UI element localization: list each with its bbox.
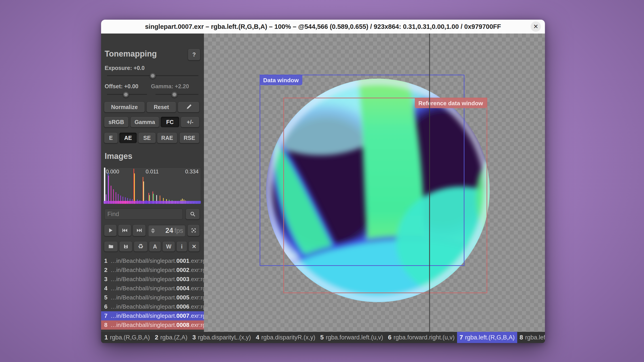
offset-knob[interactable] bbox=[123, 92, 129, 97]
exposure-slider[interactable] bbox=[107, 75, 198, 76]
autofit-button[interactable] bbox=[188, 225, 200, 236]
find-input[interactable] bbox=[104, 209, 183, 219]
image-list-item[interactable]: 2…in/Beachball/singlepart.0002.exr:rgba bbox=[101, 266, 204, 275]
channel-label: rgba.(R,G,B,A) bbox=[110, 334, 150, 341]
image-list-item[interactable]: 5…in/Beachball/singlepart.0005.exr:rgba bbox=[101, 293, 204, 302]
save-image-button[interactable] bbox=[119, 241, 132, 252]
gamma-slider[interactable] bbox=[156, 94, 198, 95]
picker-button[interactable] bbox=[178, 102, 200, 112]
mode-gamma-button[interactable]: Gamma bbox=[130, 117, 159, 127]
title-bar[interactable]: singlepart.0007.exr – rgba.left.(R,G,B,A… bbox=[101, 20, 545, 33]
open-image-button[interactable] bbox=[104, 241, 118, 252]
desktop-background: singlepart.0007.exr – rgba.left.(R,G,B,A… bbox=[0, 0, 644, 362]
play-button[interactable] bbox=[104, 225, 117, 236]
image-path: …in/Beachball/singlepart. bbox=[110, 267, 176, 273]
tonemapping-header: Tonemapping bbox=[105, 49, 157, 58]
find-button[interactable] bbox=[186, 209, 200, 219]
reference-data-window-outline bbox=[283, 98, 487, 293]
data-window-label: Data window bbox=[260, 75, 302, 85]
channel-key: 1 bbox=[104, 334, 108, 341]
channel-label: rgba.disparityR.(x,y) bbox=[261, 334, 315, 341]
image-frame: 0007 bbox=[176, 312, 190, 319]
channel-group-7-active[interactable]: 7rgba.left.(R,G,B,A) bbox=[457, 332, 517, 343]
previous-frame-button[interactable] bbox=[118, 225, 131, 236]
exposure-label: Exposure: +0.0 bbox=[105, 65, 145, 71]
fps-stepper-arrows[interactable] bbox=[151, 228, 155, 233]
image-info-button[interactable]: i bbox=[176, 241, 187, 252]
fps-value: 24 bbox=[155, 227, 173, 235]
image-list-item[interactable]: 6…in/Beachball/singlepart.0006.exr:rgba bbox=[101, 302, 204, 311]
histogram: 0.000 0.011 0.334 bbox=[104, 168, 201, 204]
channel-label: rgba.(Z,A) bbox=[160, 334, 188, 341]
image-suffix: .exr:rgba bbox=[190, 322, 204, 328]
image-index: 1 bbox=[104, 256, 110, 266]
image-list-item-selected[interactable]: 7…in/Beachball/singlepart.0007.exr:rgba bbox=[101, 311, 204, 321]
eyedropper-icon bbox=[186, 104, 192, 110]
histogram-baseline bbox=[104, 201, 201, 204]
metric-rae-button[interactable]: RAE bbox=[157, 132, 177, 143]
expand-arrows-icon bbox=[191, 228, 196, 233]
play-icon bbox=[108, 228, 113, 233]
play-all-button[interactable]: A bbox=[149, 241, 161, 252]
mode-srgb-button[interactable]: sRGB bbox=[104, 117, 128, 127]
image-path: …in/Beachball/singlepart. bbox=[110, 294, 176, 301]
image-index: 2 bbox=[104, 266, 110, 275]
help-button[interactable]: ? bbox=[188, 49, 200, 60]
image-canvas[interactable]: Data window Reference data window bbox=[204, 33, 545, 332]
channel-group-6[interactable]: 6rgba.forward.right.(u,v) bbox=[386, 332, 457, 343]
offset-label: Offset: +0.00 bbox=[105, 83, 138, 90]
channel-group-3[interactable]: 3rgba.disparityL.(x,y) bbox=[190, 332, 253, 343]
channel-key: 3 bbox=[192, 334, 196, 341]
close-image-button[interactable]: ✕ bbox=[188, 241, 200, 252]
mode-plusminus-button[interactable]: +/- bbox=[181, 117, 200, 127]
gamma-knob[interactable] bbox=[172, 92, 177, 97]
fps-spinner[interactable]: 24 fps bbox=[148, 225, 186, 237]
info-icon: i bbox=[181, 243, 183, 250]
channel-group-2[interactable]: 2rgba.(Z,A) bbox=[152, 332, 190, 343]
channel-label: rgba.forward.left.(u,v) bbox=[326, 334, 383, 341]
close-x-icon: ✕ bbox=[192, 243, 196, 250]
channel-group-5[interactable]: 5rgba.forward.left.(u,v) bbox=[318, 332, 386, 343]
metric-rse-button[interactable]: RSE bbox=[179, 132, 200, 143]
channel-label: rgba.left.(R,G,B,A) bbox=[465, 334, 515, 341]
image-list-item[interactable]: 4…in/Beachball/singlepart.0004.exr:rgba bbox=[101, 284, 204, 293]
image-path: …in/Beachball/singlepart. bbox=[110, 257, 176, 264]
image-path: …in/Beachball/singlepart. bbox=[110, 312, 176, 319]
channel-group-8[interactable]: 8rgba.left.(Z,A) bbox=[517, 332, 545, 343]
image-index: 8 bbox=[104, 321, 110, 330]
image-frame: 0002 bbox=[176, 267, 190, 273]
metric-ae-button[interactable]: AE bbox=[119, 132, 137, 143]
mode-fc-button[interactable]: FC bbox=[160, 117, 179, 127]
image-index: 6 bbox=[104, 302, 110, 311]
image-suffix: .exr:rgba bbox=[190, 276, 204, 283]
letter-w-icon: W bbox=[166, 243, 172, 250]
image-index: 4 bbox=[104, 284, 110, 293]
recycle-icon: ♻ bbox=[138, 243, 143, 250]
metric-e-button[interactable]: E bbox=[104, 132, 118, 143]
normalize-button[interactable]: Normalize bbox=[104, 102, 145, 112]
watch-files-button[interactable]: W bbox=[162, 241, 175, 252]
image-frame: 0008 bbox=[176, 322, 190, 328]
crosshair-vertical-line bbox=[429, 33, 430, 332]
channel-label: rgba.forward.right.(u,v) bbox=[394, 334, 454, 341]
images-header: Images bbox=[105, 151, 132, 161]
image-list-item[interactable]: 3…in/Beachball/singlepart.0003.exr:rgba bbox=[101, 275, 204, 284]
image-index: 3 bbox=[104, 275, 110, 284]
image-frame: 0001 bbox=[176, 257, 190, 264]
reload-image-button[interactable]: ♻ bbox=[134, 241, 148, 252]
metric-se-button[interactable]: SE bbox=[138, 132, 156, 143]
gamma-label: Gamma: +2.20 bbox=[151, 83, 189, 90]
reset-button[interactable]: Reset bbox=[146, 102, 176, 112]
close-button[interactable]: ✕ bbox=[531, 21, 541, 32]
image-path: …in/Beachball/singlepart. bbox=[110, 285, 176, 292]
exposure-knob[interactable] bbox=[150, 73, 156, 79]
channel-group-1[interactable]: 1rgba.(R,G,B,A) bbox=[102, 332, 152, 343]
channel-key: 2 bbox=[155, 334, 158, 341]
channel-group-bar: 1rgba.(R,G,B,A) 2rgba.(Z,A) 3rgba.dispar… bbox=[101, 332, 545, 343]
next-frame-button[interactable] bbox=[132, 225, 146, 236]
channel-group-4[interactable]: 4rgba.disparityR.(x,y) bbox=[253, 332, 318, 343]
offset-slider[interactable] bbox=[107, 94, 147, 95]
image-list-item-reference[interactable]: 8…in/Beachball/singlepart.0008.exr:rgba bbox=[101, 321, 204, 330]
image-suffix: .exr:rgba bbox=[190, 303, 204, 310]
image-list-item[interactable]: 1…in/Beachball/singlepart.0001.exr:rgba bbox=[101, 256, 204, 266]
